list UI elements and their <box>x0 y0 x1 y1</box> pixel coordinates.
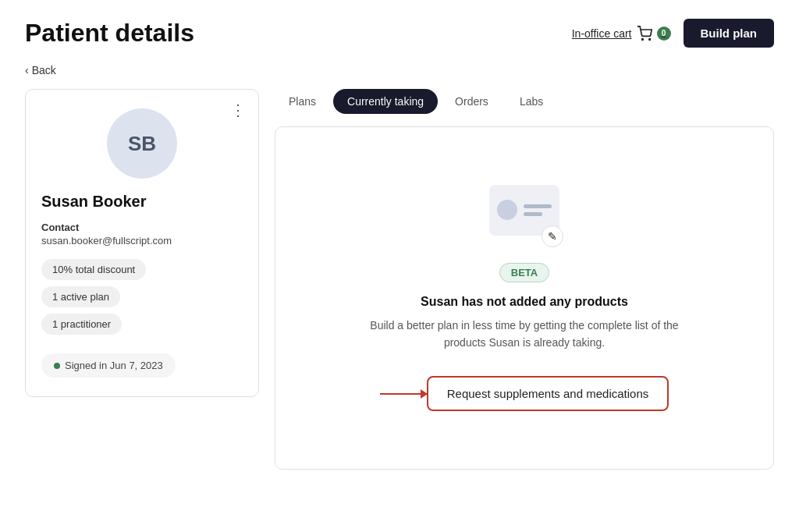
patient-email: susan.booker@fullscript.com <box>41 235 243 246</box>
content-box: ✎ BETA Susan has not added any products … <box>275 126 774 470</box>
in-office-cart-link[interactable]: In-office cart 0 <box>572 26 671 41</box>
signed-label: Signed in Jun 7, 2023 <box>65 360 163 371</box>
id-line-1 <box>524 204 552 208</box>
svg-point-0 <box>641 38 643 40</box>
page-title: Patient details <box>25 19 194 48</box>
request-supplements-button[interactable]: Request supplements and medications <box>427 376 669 411</box>
signed-badge: Signed in Jun 7, 2023 <box>41 353 176 378</box>
contact-label: Contact <box>41 222 243 233</box>
tab-plans[interactable]: Plans <box>275 89 330 114</box>
active-plan-badge: 1 active plan <box>41 286 120 307</box>
id-line-2 <box>524 212 542 216</box>
beta-badge: BETA <box>499 263 549 282</box>
practitioner-badge: 1 practitioner <box>41 314 122 335</box>
tab-labs[interactable]: Labs <box>506 89 557 114</box>
content-panel: Plans Currently taking Orders Labs <box>275 89 774 470</box>
patient-name: Susan Booker <box>41 193 243 211</box>
back-chevron: ‹ <box>25 64 29 76</box>
signed-dot <box>54 363 60 369</box>
cart-badge: 0 <box>657 27 671 41</box>
back-label: Back <box>32 64 56 76</box>
discount-badge: 10% total discount <box>41 259 146 280</box>
build-plan-button[interactable]: Build plan <box>684 19 775 48</box>
id-card-illustration: ✎ <box>485 185 563 247</box>
no-products-desc: Build a better plan in less time by gett… <box>360 317 688 352</box>
arrow-line <box>380 393 427 395</box>
id-avatar-circle <box>497 200 517 220</box>
card-menu-icon[interactable]: ⋮ <box>230 102 246 118</box>
tab-currently-taking[interactable]: Currently taking <box>333 89 438 114</box>
patient-card: ⋮ SB Susan Booker Contact susan.booker@f… <box>25 89 259 397</box>
request-row: Request supplements and medications <box>380 376 669 411</box>
id-lines <box>524 204 552 216</box>
patient-avatar: SB <box>107 108 177 179</box>
svg-point-1 <box>648 38 650 40</box>
tabs-bar: Plans Currently taking Orders Labs <box>275 89 774 114</box>
cart-icon <box>637 26 652 41</box>
arrow-container <box>380 393 427 395</box>
main-layout: ⋮ SB Susan Booker Contact susan.booker@f… <box>25 89 774 470</box>
back-link[interactable]: ‹ Back <box>25 64 56 76</box>
page-header: Patient details In-office cart 0 Build p… <box>25 19 774 48</box>
header-actions: In-office cart 0 Build plan <box>572 19 774 48</box>
pencil-icon: ✎ <box>542 225 563 247</box>
no-products-title: Susan has not added any products <box>421 295 628 309</box>
tab-orders[interactable]: Orders <box>441 89 502 114</box>
cart-label: In-office cart <box>572 27 632 40</box>
